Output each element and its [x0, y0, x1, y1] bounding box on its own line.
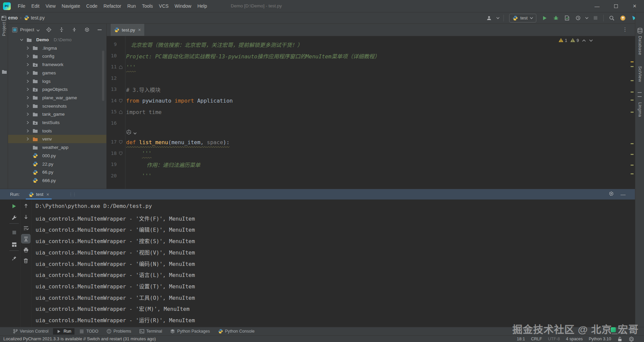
tree-item-lingma[interactable]: .lingma	[8, 44, 107, 52]
pin-icon[interactable]	[10, 254, 18, 263]
chevron-right-icon[interactable]	[25, 104, 30, 108]
run-button-icon[interactable]	[541, 14, 549, 22]
error-stripe-mark[interactable]	[631, 112, 634, 113]
soft-wrap-icon[interactable]	[21, 224, 30, 232]
project-panel-title[interactable]: Project	[20, 27, 34, 32]
error-stripe-mark[interactable]	[631, 173, 634, 174]
project-scrollbar[interactable]	[102, 51, 104, 101]
tree-item-logs[interactable]: logs	[8, 77, 107, 86]
chevron-right-icon[interactable]	[25, 88, 30, 92]
tree-item-66py[interactable]: 66.py	[8, 168, 107, 176]
collapse-all-icon[interactable]	[70, 26, 78, 34]
menu-vcs[interactable]: VCS	[156, 2, 172, 10]
chevron-right-icon[interactable]	[25, 129, 30, 133]
tree-item-venv[interactable]: venv	[8, 135, 107, 143]
chevron-down-icon[interactable]	[585, 14, 588, 22]
maximize-button[interactable]	[606, 0, 625, 12]
chevron-right-icon[interactable]	[25, 46, 30, 50]
menu-refactor[interactable]: Refactor	[101, 2, 124, 10]
menu-window[interactable]: Window	[172, 2, 195, 10]
status-crlf[interactable]: CRLF	[531, 337, 542, 341]
code-area[interactable]: 9北京宏哥（微信搜索：北京宏哥，关注宏哥，提前解锁更多测试干货！）10Proje…	[107, 36, 635, 189]
fold-marker-icon[interactable]	[119, 98, 123, 102]
select-opened-file-icon[interactable]	[45, 26, 53, 34]
error-stripe-mark[interactable]	[631, 92, 634, 93]
error-stripe-mark[interactable]	[631, 66, 634, 67]
rerun-icon[interactable]	[10, 202, 18, 211]
clear-all-icon[interactable]	[21, 256, 30, 265]
run-configuration-select[interactable]: test	[509, 14, 536, 22]
restore-layout-icon[interactable]	[10, 240, 18, 249]
toolbar-terminal[interactable]: Terminal	[136, 328, 165, 335]
tool-stripe-database[interactable]: Database	[638, 36, 642, 55]
gear-icon[interactable]	[609, 191, 614, 197]
database-icon[interactable]	[637, 28, 643, 35]
chevron-down-icon[interactable]	[37, 27, 40, 33]
fold-marker-icon[interactable]	[119, 64, 123, 68]
error-stripe-mark[interactable]	[631, 100, 634, 101]
gear-icon[interactable]	[83, 26, 91, 34]
menu-code[interactable]: Code	[83, 2, 100, 10]
tree-item-666py[interactable]: 666.py	[8, 176, 107, 185]
status-utf-8[interactable]: UTF-8	[548, 337, 560, 341]
tree-item-framework[interactable]: framework	[8, 60, 107, 69]
editor[interactable]: test.py × ⋮ 9北京宏哥（微信搜索：北京宏哥，关注宏哥，提前解锁更多测…	[107, 24, 635, 189]
tree-item-tank_game[interactable]: tank_game	[8, 110, 107, 118]
search-everywhere-button-icon[interactable]	[608, 14, 616, 22]
chevron-down-icon[interactable]	[589, 38, 593, 43]
error-stripe-mark[interactable]	[631, 154, 634, 155]
expand-all-icon[interactable]	[57, 26, 65, 34]
tree-item-config[interactable]: config	[8, 52, 107, 60]
chevron-right-icon[interactable]	[25, 137, 30, 141]
profiler-button-icon[interactable]	[574, 14, 582, 22]
coverage-button-icon[interactable]	[563, 14, 571, 22]
chevron-down-icon[interactable]	[133, 130, 137, 136]
tree-item-000py[interactable]: 000.py	[8, 152, 107, 160]
toolbar-todo[interactable]: TODO	[76, 328, 102, 335]
debug-button-icon[interactable]	[552, 14, 560, 22]
menu-help[interactable]: Help	[194, 2, 210, 10]
tree-item-plane_war_game[interactable]: plane_war_game	[8, 94, 107, 102]
error-stripe-mark[interactable]	[631, 143, 634, 144]
chevron-right-icon[interactable]	[25, 121, 30, 125]
close-icon[interactable]: ×	[138, 27, 141, 33]
tree-item-demo[interactable]: DemoD:\Demo	[8, 36, 107, 44]
status-python-3-10[interactable]: Python 3.10	[589, 337, 611, 341]
scroll-to-end-icon[interactable]	[21, 234, 30, 243]
inspections-widget[interactable]: 1 9	[558, 38, 593, 43]
toolbar-python-packages[interactable]: Python Packages	[167, 328, 213, 335]
menu-tools[interactable]: Tools	[139, 2, 156, 10]
tree-item-games[interactable]: games	[8, 69, 107, 77]
hide-icon[interactable]	[96, 26, 104, 34]
status-message[interactable]: Localized PyCharm 2021.3.3 is available …	[3, 336, 156, 341]
tool-stripe-project[interactable]: Project	[2, 22, 6, 36]
chevron-right-icon[interactable]	[25, 63, 30, 67]
chevron-right-icon[interactable]	[25, 112, 30, 116]
minimize-button[interactable]: —	[588, 0, 606, 12]
up-the-stack-trace-icon[interactable]	[21, 202, 30, 210]
ai-assistant-icon[interactable]	[126, 129, 131, 136]
lingma-status-icon[interactable]	[629, 336, 634, 342]
stop-button-icon[interactable]	[591, 14, 599, 22]
update-button-icon[interactable]	[619, 14, 627, 22]
close-icon[interactable]: ×	[46, 192, 49, 197]
down-the-stack-trace-icon[interactable]	[21, 213, 30, 221]
tree-item-22py[interactable]: 22.py	[8, 160, 107, 168]
fold-marker-icon[interactable]	[119, 151, 123, 155]
menu-run[interactable]: Run	[124, 2, 139, 10]
menu-edit[interactable]: Edit	[29, 2, 43, 10]
status-18-1[interactable]: 18:1	[517, 337, 525, 341]
ai-inline-hint[interactable]	[126, 128, 137, 137]
tree-item-weather_app[interactable]: weather_app	[8, 143, 107, 152]
menu-navigate[interactable]: Navigate	[59, 2, 83, 10]
error-stripe-mark[interactable]	[631, 165, 634, 166]
status-4-spaces[interactable]: 4 spaces	[566, 337, 583, 341]
chevron-right-icon[interactable]	[25, 54, 30, 58]
run-tab-test[interactable]: test ×	[24, 189, 53, 199]
tree-item-pageobjects[interactable]: pageObjects	[8, 85, 107, 94]
chevron-down-icon[interactable]	[19, 38, 23, 42]
drag-handle-icon[interactable]: ⋮⋮	[68, 192, 76, 197]
toolbar-run[interactable]: Run	[53, 328, 74, 335]
tree-item-tools[interactable]: tools	[8, 127, 107, 135]
tab-test-py[interactable]: test.py ×	[111, 24, 144, 36]
